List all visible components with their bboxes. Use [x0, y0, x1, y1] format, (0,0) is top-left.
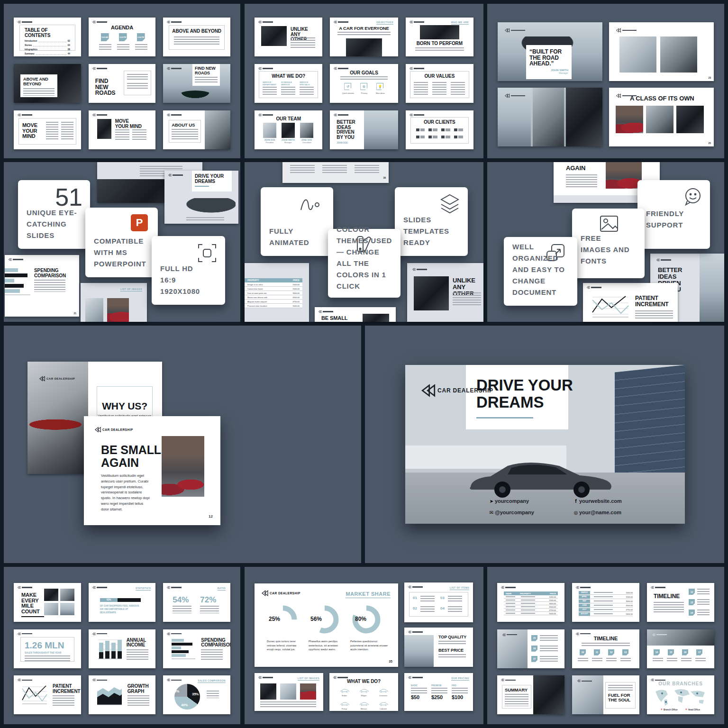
slide-logo — [92, 632, 107, 636]
client-logo — [428, 136, 437, 138]
slide-logo — [17, 678, 32, 682]
member-photo — [282, 123, 295, 138]
table-row: Integer in ex velus1000.00 — [245, 282, 302, 287]
slide-drive-your-dreams: CAR DEALERSHIP DRIVE YOUR DREAMS ➤yourco… — [405, 365, 685, 524]
slide-logo: CAR DEALERSHIP — [94, 427, 133, 433]
slide-logo — [166, 67, 182, 70]
slide-logo — [500, 586, 516, 589]
brand-arrow-icon — [166, 113, 170, 117]
panel-company-slides: UNLIKE ANY OTHER OBJECTIVES A CAR FOR EV… — [245, 4, 483, 158]
panel-photo-slides: “BUILT FOR THE ROAD AHEAD.” JOHN SMITH M… — [487, 4, 724, 158]
bg-slide-bullets: 38 — [282, 162, 389, 183]
brand-name-bar — [97, 633, 107, 635]
brand-name-bar — [582, 681, 592, 682]
panel-table-timeline-slides: NAMEPROPERTYPRICE 1000.00 1500.00 3000.0… — [487, 567, 724, 724]
client-logos — [416, 128, 463, 138]
slide-grid: “BUILT FOR THE ROAD AHEAD.” JOHN SMITH M… — [487, 4, 724, 158]
table-row: 4500.00 — [504, 605, 558, 609]
placeholder-text — [173, 606, 191, 613]
brand-name-bar — [414, 68, 424, 69]
big-stat: 1.26 MLN — [25, 640, 70, 651]
slide-logo — [166, 586, 182, 589]
toc-row: Infographics28 — [25, 48, 70, 51]
slide-title: MOVE YOUR MIND — [115, 119, 144, 129]
text-card: SUMMARY — [502, 685, 531, 709]
item-number: 03 — [440, 596, 445, 600]
bg-slide-spending: SPENDING COMPARISON 21 — [5, 255, 79, 317]
slide-growth-graph: GROWTH GRAPH — [89, 675, 156, 714]
line-chart — [589, 293, 630, 321]
placeholder-text — [667, 658, 677, 663]
placeholder-text — [337, 32, 390, 36]
section-label: STATISTICS — [136, 587, 151, 591]
steering-wheel-photo — [414, 276, 449, 310]
slide-logo — [409, 67, 424, 70]
photo — [280, 683, 296, 700]
placeholder-text — [451, 82, 465, 95]
agenda-time-tag: 6:00 PM — [137, 33, 145, 41]
slide-above-and-beyond-text: ABOVE AND BEYOND — [163, 18, 230, 56]
section-label: LIST OF IMAGES — [120, 288, 142, 291]
placeholder-text — [53, 695, 74, 707]
panel-features-2: 38 FULLY ANIMATED SLIDES TEMPLATES READY… — [245, 162, 483, 322]
placeholder-text — [438, 641, 466, 646]
section-label: WHO WE ARE — [451, 21, 469, 25]
brand-arrow-icon — [409, 67, 413, 70]
slide-logo — [92, 20, 107, 24]
photo — [60, 603, 74, 615]
photo — [260, 683, 276, 700]
slide-title: A CAR FOR EVERYONE — [330, 26, 398, 31]
feature-label: FULLY ANIMATED — [269, 226, 321, 248]
brand-name-bar — [505, 587, 516, 588]
placeholder-text — [132, 129, 146, 141]
brand-arrow-icon — [577, 679, 581, 682]
car-detail-photo — [619, 36, 656, 73]
pie-legend — [207, 691, 219, 698]
car-silhouette — [462, 455, 619, 499]
feature-card-fullhd: FULL HD 16:9 1920x1080 — [152, 236, 225, 305]
bg-slide-be-small-strip: BE SMALL — [315, 307, 396, 322]
placeholder-text — [322, 165, 347, 173]
slide-logo — [616, 28, 637, 33]
slide-title: PATIENT INCREMENT — [53, 684, 79, 694]
brand-arrow-icon — [166, 586, 170, 589]
slide-logo — [166, 632, 182, 636]
brand-name-bar — [337, 677, 348, 678]
slide-class-of-its-own: A CLASS OF ITS OWN 25 — [609, 88, 714, 146]
photo — [85, 298, 103, 322]
brand-name-bar — [171, 114, 182, 116]
slide-photo-timeline: 15 16 17 — [497, 629, 564, 668]
placeholder-text — [61, 122, 73, 140]
panel-hero-drive: CAR DEALERSHIP DRIVE YOUR DREAMS ➤yourco… — [365, 326, 724, 563]
brand-name-bar — [417, 269, 427, 270]
placeholder-text — [281, 87, 295, 95]
sedan-icon — [339, 686, 350, 691]
placeholder-text — [127, 695, 149, 707]
panel-features-1: DRIVE YOUR DREAMS 51 UNIQUE EYE-CATCHING… — [4, 162, 240, 322]
placeholder-text — [127, 649, 148, 661]
placeholder-text — [127, 74, 148, 81]
slide-logo: CAR DEALERSHIP — [420, 384, 493, 397]
slide-title: SPENDING COMPARISON — [34, 268, 67, 278]
goal-label: New ideas — [372, 92, 389, 94]
slide-logo — [92, 678, 107, 682]
placeholder-text — [355, 165, 379, 173]
classic-cars-photo — [162, 436, 204, 497]
brand-arrow-icon — [8, 258, 12, 261]
placeholder-text — [620, 658, 631, 663]
city-car-photo — [364, 110, 398, 149]
brand-arrow-icon — [168, 173, 172, 177]
panel-market-slides: CAR DEALERSHIP MARKET SHARE 25% 56% 80% … — [245, 567, 483, 724]
brand-name-bar — [412, 631, 423, 633]
brand-arrow-icon — [166, 67, 170, 70]
slide-logo — [166, 20, 182, 24]
data-table: NAMEPROPERTYPRICE 1000.00 1500.00 3000.0… — [504, 592, 558, 615]
feature-card-powerpoint: P COMPATIBLE WITH MS POWERPOINT — [85, 208, 158, 277]
slide-statistics: STATISTICS 62% OF CAR SHOPPERS FEEL ANXI… — [89, 583, 156, 622]
slide-title: WHAT WE DO? — [255, 74, 322, 79]
item-number: 02 — [413, 606, 417, 610]
section-label: OBJECTIVES — [376, 21, 393, 25]
table-row: MARCH1000.00 — [579, 591, 633, 595]
timeline-tag: 17 — [696, 649, 702, 655]
table-row: MAY3000.00 — [579, 599, 633, 603]
